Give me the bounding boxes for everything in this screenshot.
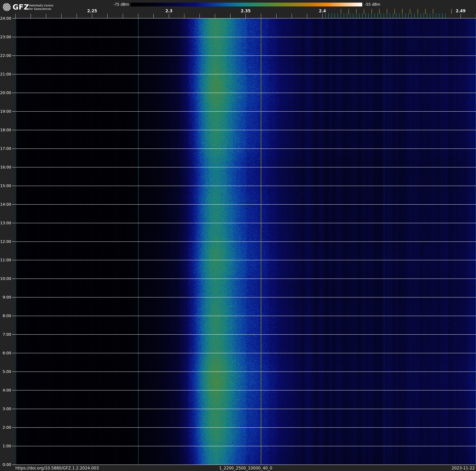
hour-tick [12, 260, 15, 260]
hour-label: 11:00 [0, 258, 11, 262]
wifi-channel-tick [348, 9, 349, 14]
hour-tick [12, 167, 15, 167]
gfz-logo-text: GFZ [13, 3, 29, 11]
ble-channel-tick [350, 13, 350, 18]
freq-tick [153, 14, 154, 18]
date-text: 2023-11-22 [384, 466, 475, 470]
freq-tick [460, 14, 461, 18]
wifi-channel-tick [410, 9, 410, 14]
wifi-channel-tick [394, 9, 395, 14]
freq-tick [15, 14, 16, 18]
freq-tick-label: 2.4 [315, 9, 330, 13]
hour-tick [12, 223, 15, 223]
colorbar-max-label: -55 dBm [365, 3, 389, 6]
ble-channel-tick [390, 13, 390, 18]
hour-gridline [15, 316, 476, 316]
ble-channel-tick [328, 13, 329, 18]
freq-tick-label: 2.49 [453, 9, 468, 13]
bottom-axis-line [12, 465, 476, 465]
ble-channel-tick [325, 13, 326, 18]
freq-tick [230, 14, 230, 18]
wifi-channel-tick [379, 9, 380, 14]
ble-channel-tick [445, 13, 445, 18]
logo-subtitle-line2: for Geosciences [29, 7, 53, 11]
freq-tick [215, 14, 215, 18]
ble-channel-tick [402, 13, 402, 18]
freq-tick [46, 14, 46, 18]
ble-channel-tick [362, 13, 362, 18]
hour-gridline [15, 74, 476, 74]
hour-tick [12, 111, 15, 112]
hour-tick [12, 409, 15, 409]
hour-tick [12, 334, 15, 335]
hour-tick [12, 55, 15, 56]
freq-tick [77, 14, 77, 18]
hour-label: 4:00 [0, 388, 11, 392]
gfz-logo: GFZ Helmholtz Centre for Geosciences [2, 2, 55, 13]
hour-tick [12, 130, 15, 130]
spectrogram-plot [15, 18, 476, 465]
hour-gridline [15, 446, 476, 446]
hour-gridline [15, 279, 476, 279]
freq-tick [292, 14, 292, 18]
hour-gridline [15, 241, 476, 242]
hour-gridline [15, 372, 476, 372]
freq-tick-label: 2.3 [162, 9, 176, 13]
freq-tick [184, 14, 184, 18]
ble-channel-tick [436, 13, 436, 18]
ble-channel-tick [433, 13, 433, 18]
ble-channel-tick [381, 13, 381, 18]
colorbar-gradient [131, 3, 362, 6]
hour-tick [12, 74, 15, 74]
freq-tick [307, 14, 307, 18]
hour-gridline [15, 93, 476, 93]
hour-label: 21:00 [0, 72, 11, 76]
ble-channel-tick [387, 13, 387, 18]
ble-channel-tick [408, 13, 408, 18]
hour-gridline [15, 427, 476, 428]
wifi-channel-tick [425, 9, 426, 14]
ble-channel-tick [411, 13, 412, 18]
freq-tick [138, 14, 138, 18]
hour-label: 8:00 [0, 314, 11, 318]
freq-tick [61, 14, 62, 18]
freq-tick [200, 14, 200, 18]
hour-tick [12, 204, 15, 205]
ble-channel-tick [430, 13, 430, 18]
freq-tick [169, 14, 169, 18]
ble-channel-tick [344, 13, 344, 18]
top-axis-line [12, 18, 476, 18]
hour-gridline [15, 409, 476, 409]
freq-tick-label: 2.25 [85, 9, 100, 13]
freq-tick [276, 14, 276, 18]
hour-gridline [15, 55, 476, 56]
hour-label: 22:00 [0, 54, 11, 58]
hour-gridline [15, 223, 476, 223]
freq-tick-label: 2.35 [238, 9, 253, 13]
freq-tick [322, 14, 323, 18]
ble-channel-tick [405, 13, 406, 18]
ble-channel-tick [396, 13, 396, 18]
freq-tick [92, 14, 92, 18]
ble-channel-tick [427, 13, 427, 18]
hour-label: 10:00 [0, 277, 11, 281]
hour-tick [12, 427, 15, 428]
hour-gridline [15, 204, 476, 205]
ble-channel-tick [374, 13, 375, 18]
hour-label: 15:00 [0, 184, 11, 188]
hour-label: 9:00 [0, 295, 11, 299]
hour-gridline [15, 167, 476, 167]
hour-gridline [15, 353, 476, 353]
hour-gridline [15, 334, 476, 335]
ble-channel-tick [414, 13, 415, 18]
hour-gridline [15, 297, 476, 297]
hour-tick [12, 186, 15, 186]
hour-gridline [15, 186, 476, 186]
ble-channel-tick [372, 13, 372, 18]
hour-label: 18:00 [0, 128, 11, 132]
wifi-channel-tick [364, 9, 364, 14]
ble-channel-tick [347, 13, 347, 18]
hour-tick [12, 353, 15, 353]
freq-tick [123, 14, 123, 18]
hour-gridline [15, 260, 476, 260]
